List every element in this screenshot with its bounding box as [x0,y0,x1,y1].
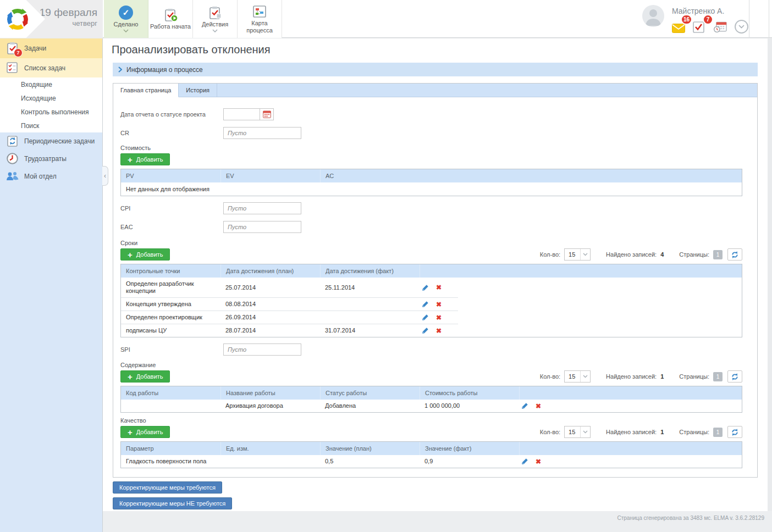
delete-icon[interactable]: ✖ [536,458,541,465]
add-cost-button[interactable]: + Добавить [120,153,170,165]
cpi-row: CPI [120,202,742,214]
report-date-row: Дата отчета о статусе проекта [120,108,742,120]
plan-date: 08.08.2014 [220,298,320,311]
delete-icon[interactable]: ✖ [436,301,442,308]
cost-empty-message: Нет данных для отображения [121,182,742,196]
sidebar-item-inbox[interactable]: Входящие [0,77,102,91]
tab-main-page[interactable]: Главная страница [113,84,179,97]
sidebar-nav: 7 Задачи Список задач Входящие Исходящие… [0,38,103,532]
plus-icon: + [128,156,133,164]
column-header[interactable]: Значение (план) [320,442,420,455]
report-date-input[interactable] [223,108,260,120]
column-header[interactable]: Контрольные точки [121,264,220,278]
column-header[interactable]: EV [220,169,320,182]
delete-icon[interactable]: ✖ [436,284,442,291]
mail-notifications[interactable]: 16 [672,21,685,33]
edit-icon[interactable] [422,301,429,308]
fact-date: 25.11.2014 [320,281,420,294]
page-size-select[interactable]: 15 [564,248,591,261]
avatar[interactable] [642,5,664,27]
edit-icon[interactable] [422,284,429,291]
scope-pager: Кол-во: 15 Найдено записей: 1 Страницы: … [540,370,742,383]
add-quality-button[interactable]: + Добавить [120,426,170,438]
actions-button[interactable]: Действия [193,0,238,38]
cr-input[interactable] [223,127,301,139]
date-weekday: четверг [40,19,97,28]
header-divider [769,0,769,38]
page-size-select[interactable]: 15 [564,370,591,383]
work-started-button[interactable]: Работа начата [148,0,193,38]
sidebar-item-search[interactable]: Поиск [0,119,102,132]
date-day: 19 февраля [40,6,97,19]
tab-history[interactable]: История [179,84,217,97]
process-map-button[interactable]: Карта процесса [238,0,282,38]
process-info-bar[interactable]: Информация о процессе [113,63,758,76]
corrective-measures-not-required-button[interactable]: Корректирующие меры НЕ требуются [113,497,232,509]
add-term-button[interactable]: + Добавить [120,248,170,261]
column-header[interactable]: Статус работы [320,386,420,400]
cpi-input[interactable] [223,202,301,214]
calendar-shortcut[interactable] [714,21,727,33]
column-header[interactable]: Ед. изм. [220,442,320,455]
sidebar-item-outbox[interactable]: Исходящие [0,91,102,105]
terms-table-header: Контрольные точки Дата достижения (план)… [121,264,742,278]
done-button[interactable]: ✓ Сделано [104,0,148,38]
actions-column-header [519,442,558,455]
column-header[interactable]: Дата достижения (план) [220,264,320,278]
clipboard-actions-icon [207,5,223,20]
refresh-icon [731,373,739,381]
sidebar-item-my-department[interactable]: Мой отдел [0,168,102,185]
app-logo[interactable] [0,0,45,38]
delete-icon[interactable]: ✖ [536,403,541,409]
column-header[interactable]: Значение (факт) [420,442,519,455]
plan-date: 26.09.2014 [220,311,320,324]
sidebar-item-control[interactable]: Контроль выполнения [0,105,102,119]
add-scope-button[interactable]: + Добавить [120,370,170,383]
page-number-button[interactable]: 1 [713,250,723,259]
edit-icon[interactable] [422,327,429,334]
sidebar-collapse-handle[interactable]: ‹ [102,166,108,186]
refresh-button[interactable] [727,370,742,383]
user-menu-toggle[interactable] [735,20,748,34]
scope-table-header: Код работы Название работы Статус работы… [121,386,742,400]
sidebar-item-timesheets[interactable]: Трудозатраты [0,150,102,168]
column-header[interactable]: Параметр [121,442,220,455]
sidebar-item-tasks[interactable]: 7 Задачи [0,38,102,58]
sidebar-item-task-list[interactable]: Список задач [0,58,102,77]
delete-icon[interactable]: ✖ [436,328,442,334]
corrective-measures-required-button[interactable]: Корректирующие меры требуются [113,481,222,494]
edit-icon[interactable] [521,458,528,465]
page-number-button[interactable]: 1 [713,428,723,437]
actions-column-header [420,264,458,278]
eac-input[interactable] [223,221,301,233]
refresh-button[interactable] [727,426,742,438]
cost-section-title: Стоимость [120,145,742,152]
milestone-name: Определен проектировщик [121,311,220,324]
header-divider [749,0,749,38]
column-header[interactable]: Название работы [220,386,320,400]
process-info-label: Информация о процессе [126,66,203,74]
spi-input[interactable] [223,343,301,356]
task-notifications[interactable]: 7 [693,21,706,33]
column-header[interactable]: Код работы [121,386,220,400]
mail-badge: 16 [681,14,692,25]
column-header[interactable]: Стоимость работы [420,386,519,400]
found-count: 4 [660,251,664,258]
delete-icon[interactable]: ✖ [436,314,442,321]
clock-icon [6,152,19,165]
column-header[interactable]: Дата достижения (факт) [320,264,420,278]
sidebar-item-periodic-tasks[interactable]: Периодические задачи [0,132,102,150]
chevron-down-icon [580,426,590,437]
found-label: Найдено записей: [606,251,657,258]
page-size-select[interactable]: 15 [564,426,591,438]
edit-icon[interactable] [521,402,528,409]
column-header[interactable]: AC [320,169,420,182]
scope-rows: Архивация договора Добавлена 1 000 000,0… [121,400,742,412]
column-header[interactable]: PV [121,169,220,182]
edit-icon[interactable] [422,314,429,321]
chevron-down-icon [580,371,590,382]
refresh-button[interactable] [727,248,742,261]
page-number-button[interactable]: 1 [713,372,723,381]
calendar-picker-button[interactable] [260,108,274,120]
table-row: Определен разработчик концепции 25.07.20… [121,278,458,298]
